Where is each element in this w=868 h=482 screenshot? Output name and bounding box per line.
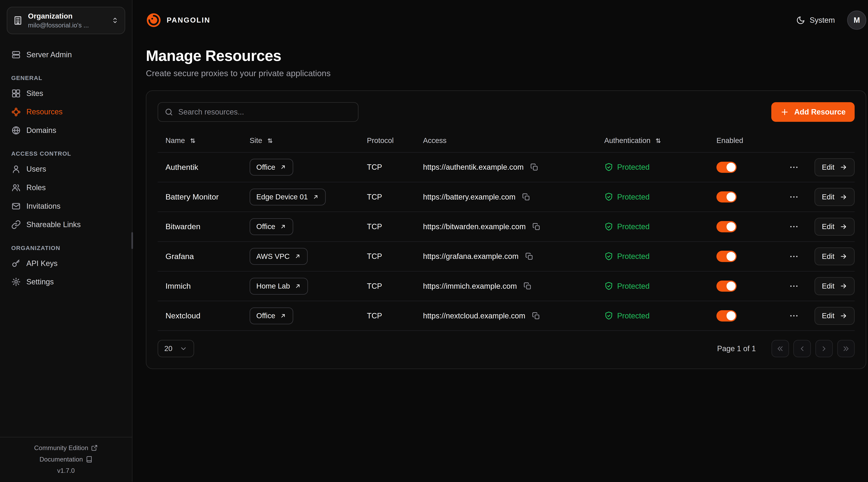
auth-status-label: Protected <box>617 252 650 261</box>
site-link-button[interactable]: Home Lab <box>250 278 308 295</box>
row-menu-button[interactable] <box>786 160 801 174</box>
sidebar-item-resources[interactable]: Resources <box>7 103 125 121</box>
column-header-authentication[interactable]: Authentication <box>596 136 709 145</box>
org-selector[interactable]: Organization milo@fossorial.io's ... <box>7 7 125 34</box>
auth-status-badge: Protected <box>604 311 650 320</box>
column-label: Enabled <box>716 136 743 145</box>
edit-button[interactable]: Edit <box>814 158 855 176</box>
section-heading-organization: ORGANIZATION <box>11 245 121 251</box>
enabled-toggle[interactable] <box>716 281 737 292</box>
previous-page-button[interactable] <box>793 340 811 357</box>
table-row: Battery Monitor Edge Device 01 TCP https… <box>158 182 855 212</box>
external-link-icon <box>91 445 98 451</box>
page-size-value: 20 <box>164 345 173 353</box>
row-menu-button[interactable] <box>786 219 801 234</box>
search-box <box>158 102 359 122</box>
site-name: Home Lab <box>256 282 290 290</box>
page-info: Page 1 of 1 <box>717 345 756 353</box>
add-resource-button[interactable]: Add Resource <box>771 102 855 122</box>
arrow-right-icon <box>840 163 847 171</box>
ellipsis-icon <box>789 251 799 261</box>
column-header-name[interactable]: Name <box>158 136 242 145</box>
sidebar-item-sites[interactable]: Sites <box>7 84 125 103</box>
copy-button[interactable] <box>531 311 541 321</box>
auth-status-badge: Protected <box>604 252 650 261</box>
edit-button[interactable]: Edit <box>814 277 855 295</box>
chevrons-right-icon <box>842 345 850 353</box>
row-menu-button[interactable] <box>786 309 801 323</box>
sidebar-item-domains[interactable]: Domains <box>7 121 125 140</box>
sidebar-item-invitations[interactable]: Invitations <box>7 197 125 216</box>
sidebar-item-label: Invitations <box>26 202 60 211</box>
documentation-link[interactable]: Documentation <box>39 456 92 463</box>
sidebar-item-roles[interactable]: Roles <box>7 179 125 197</box>
sidebar-item-api-keys[interactable]: API Keys <box>7 254 125 273</box>
table-row: Bitwarden Office TCP https://bitwarden.e… <box>158 212 855 242</box>
sidebar-item-settings[interactable]: Settings <box>7 272 125 291</box>
enabled-toggle[interactable] <box>716 221 737 232</box>
copy-icon <box>522 193 530 201</box>
copy-icon <box>532 312 540 320</box>
copy-button[interactable] <box>529 162 539 172</box>
row-menu-button[interactable] <box>786 279 801 293</box>
edit-button[interactable]: Edit <box>814 188 855 206</box>
enabled-toggle[interactable] <box>716 251 737 262</box>
section-heading-access-control: ACCESS CONTROL <box>11 150 121 157</box>
column-label: Protocol <box>367 136 394 145</box>
search-input[interactable] <box>178 108 352 116</box>
site-link-button[interactable]: Office <box>250 159 293 175</box>
page-title: Manage Resources <box>146 47 866 64</box>
site-link-button[interactable]: Office <box>250 218 293 235</box>
copy-button[interactable] <box>523 281 533 291</box>
sidebar-item-users[interactable]: Users <box>7 160 125 179</box>
sidebar-item-label: Resources <box>26 107 63 116</box>
table-row: Immich Home Lab TCP https://immich.examp… <box>158 271 855 301</box>
access-url: https://bitwarden.example.com <box>423 222 526 231</box>
page-subtitle: Create secure proxies to your private ap… <box>146 68 866 78</box>
first-page-button[interactable] <box>772 340 789 357</box>
column-header-access: Access <box>415 136 596 145</box>
sidebar-item-shareable-links[interactable]: Shareable Links <box>7 215 125 234</box>
last-page-button[interactable] <box>837 340 855 357</box>
sidebar-item-label: Server Admin <box>26 51 72 59</box>
protocol: TCP <box>359 163 415 171</box>
sidebar-nav: Server Admin GENERAL Sites Resources Dom… <box>0 38 132 291</box>
row-menu-button[interactable] <box>786 190 801 204</box>
copy-button[interactable] <box>524 251 534 261</box>
theme-toggle-button[interactable]: System <box>796 16 835 25</box>
community-edition-link[interactable]: Community Edition <box>34 444 98 452</box>
column-label: Name <box>165 136 185 145</box>
edit-button[interactable]: Edit <box>814 307 855 325</box>
avatar[interactable]: M <box>847 10 866 30</box>
brand-link[interactable]: PANGOLIN <box>146 12 210 28</box>
sidebar-item-server-admin[interactable]: Server Admin <box>7 45 125 64</box>
access-url: https://authentik.example.com <box>423 163 524 171</box>
site-link-button[interactable]: AWS VPC <box>250 248 308 265</box>
site-link-button[interactable]: Edge Device 01 <box>250 189 326 205</box>
column-header-site[interactable]: Site <box>242 136 359 145</box>
ellipsis-icon <box>789 281 799 291</box>
resource-name: Grafana <box>158 252 242 261</box>
table-header-row: Name Site Protocol Access <box>158 129 855 153</box>
next-page-button[interactable] <box>815 340 833 357</box>
access-url: https://battery.example.com <box>423 193 516 201</box>
copy-button[interactable] <box>531 222 541 232</box>
sidebar-item-label: Settings <box>26 278 54 286</box>
site-link-button[interactable]: Office <box>250 308 293 324</box>
sidebar-resize-handle[interactable] <box>131 232 133 249</box>
edit-button[interactable]: Edit <box>814 248 855 265</box>
theme-label: System <box>810 16 835 25</box>
edit-label: Edit <box>822 252 834 261</box>
sort-icon <box>189 137 197 144</box>
edit-button[interactable]: Edit <box>814 218 855 236</box>
row-menu-button[interactable] <box>786 249 801 264</box>
arrow-right-icon <box>840 282 847 290</box>
server-icon <box>11 50 21 60</box>
enabled-toggle[interactable] <box>716 310 737 322</box>
copy-icon <box>532 223 540 231</box>
shield-check-icon <box>604 311 613 320</box>
enabled-toggle[interactable] <box>716 162 737 173</box>
page-size-select[interactable]: 20 <box>158 340 194 357</box>
copy-button[interactable] <box>521 192 531 202</box>
enabled-toggle[interactable] <box>716 191 737 203</box>
